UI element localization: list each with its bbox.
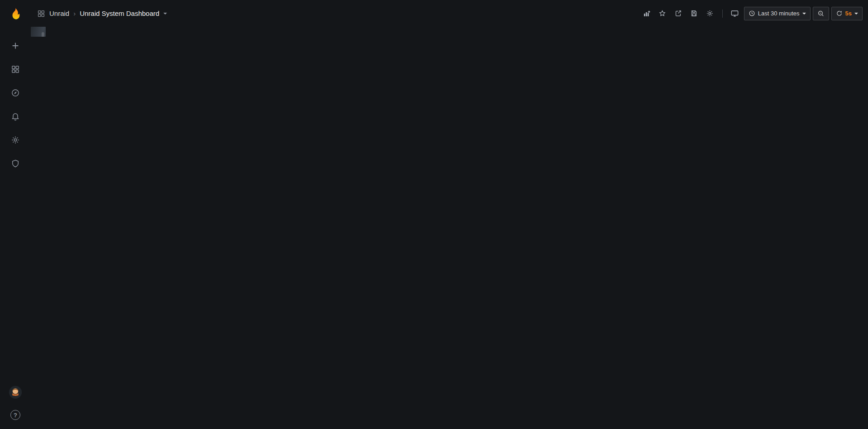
main-area: Unraid › Unraid System Dashboard <box>31 0 868 429</box>
add-panel-icon <box>643 10 651 18</box>
time-range-label: Last 30 minutes <box>758 10 800 17</box>
question-mark-icon: ? <box>10 410 20 420</box>
create-plus-icon[interactable] <box>6 38 24 53</box>
zoom-out-icon <box>817 10 825 17</box>
avatar-image <box>9 386 22 399</box>
monitor-icon <box>730 9 739 18</box>
star-dashboard-button[interactable] <box>656 7 669 20</box>
breadcrumb-app[interactable]: Unraid <box>49 10 69 17</box>
zoom-out-time-button[interactable] <box>813 7 829 20</box>
page-scrollbar-thumb[interactable] <box>42 32 44 37</box>
refresh-caret-icon <box>854 13 858 14</box>
dashboard-grid-icon <box>37 10 45 18</box>
navbar-divider <box>722 10 723 18</box>
refresh-button[interactable]: 5s <box>831 7 863 20</box>
sidebar-bottom: ? <box>6 385 24 423</box>
gear-icon <box>706 10 714 17</box>
refresh-interval-label: 5s <box>845 10 852 17</box>
dashboard-canvas: kWh Price 0.65 Currency kr UPS Max Outpu… <box>31 27 46 37</box>
alerting-bell-icon[interactable] <box>6 109 24 124</box>
time-range-button[interactable]: Last 30 minutes <box>744 7 811 20</box>
add-panel-button[interactable] <box>640 7 653 20</box>
time-range-caret-icon <box>802 13 806 14</box>
explore-compass-icon[interactable] <box>6 85 24 101</box>
dashboard-dropdown-caret-icon[interactable] <box>163 13 167 14</box>
grafana-logo-icon[interactable] <box>5 4 26 25</box>
user-avatar[interactable] <box>6 385 24 400</box>
grafana-app: ? Unraid › Unraid System Dashboard <box>0 0 868 429</box>
sidebar-nav <box>6 38 24 171</box>
dashboard-settings-button[interactable] <box>703 7 717 20</box>
breadcrumb-separator: › <box>73 10 76 17</box>
navbar: Unraid › Unraid System Dashboard <box>31 0 868 27</box>
configuration-gear-icon[interactable] <box>6 132 24 148</box>
sidebar: ? <box>0 0 31 429</box>
save-icon <box>690 10 698 17</box>
refresh-icon <box>836 10 843 17</box>
save-dashboard-button[interactable] <box>687 7 701 20</box>
cycle-view-button[interactable] <box>728 7 742 20</box>
star-icon <box>658 10 666 17</box>
breadcrumb: Unraid › Unraid System Dashboard <box>37 10 640 18</box>
dashboards-icon[interactable] <box>6 62 24 77</box>
help-icon[interactable]: ? <box>6 407 24 423</box>
server-admin-shield-icon[interactable] <box>6 156 24 171</box>
clock-icon <box>749 10 755 17</box>
breadcrumb-dashboard-title[interactable]: Unraid System Dashboard <box>80 10 159 17</box>
navbar-actions: Last 30 minutes 5s <box>640 7 863 20</box>
share-dashboard-button[interactable] <box>672 7 685 20</box>
flame-icon <box>8 7 23 22</box>
share-icon <box>674 10 682 17</box>
